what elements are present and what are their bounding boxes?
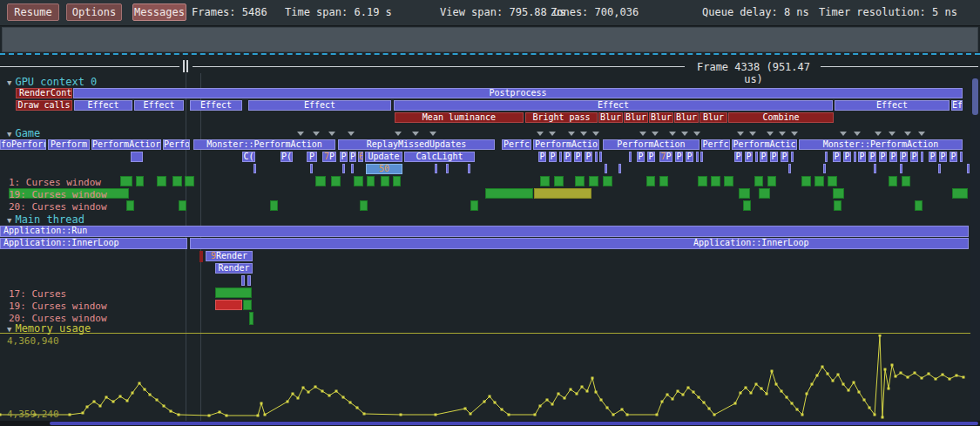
zone-bar[interactable]: P <box>889 152 897 162</box>
zone-bar[interactable] <box>874 164 876 173</box>
section-header-main-thread[interactable]: ▼Main thread <box>7 213 84 226</box>
zone-bar[interactable] <box>711 176 720 186</box>
zone-bar[interactable] <box>834 200 841 211</box>
zone-bar[interactable]: PerformActic <box>732 139 797 150</box>
zone-bar[interactable] <box>659 176 668 186</box>
zone-bar[interactable]: 7P <box>322 152 336 162</box>
zone-bar[interactable]: Mean luminance <box>395 112 524 123</box>
zone-bar[interactable]: Application::InnerLoop <box>0 238 187 249</box>
zone-bar[interactable]: Blur <box>700 112 727 123</box>
zone-bar[interactable]: Ef <box>951 100 963 111</box>
horizontal-scrollbar-thumb[interactable] <box>50 422 978 425</box>
zone-bar[interactable] <box>342 164 345 173</box>
frame-pause-marker[interactable] <box>186 60 188 72</box>
zone-bar[interactable] <box>828 176 837 186</box>
zone-bar[interactable]: Effect <box>190 100 242 111</box>
collapsed-zones-marker-icon[interactable] <box>580 132 587 136</box>
zone-bar[interactable]: Postprocess <box>73 88 963 98</box>
zone-bar[interactable] <box>172 176 182 186</box>
zone-bar[interactable]: PerformActio <box>533 139 599 150</box>
zone-bar[interactable]: P <box>734 152 742 162</box>
zone-bar[interactable]: Blur <box>624 112 648 123</box>
zone-bar[interactable]: 7P <box>659 152 672 162</box>
zone-bar[interactable] <box>788 164 791 173</box>
zone-bar[interactable] <box>354 176 363 186</box>
zone-bar[interactable] <box>605 164 607 173</box>
zone-bar[interactable] <box>801 176 811 186</box>
zone-bar[interactable] <box>270 200 278 211</box>
collapsed-zones-marker-icon[interactable] <box>791 132 798 136</box>
zone-bar[interactable] <box>126 200 134 211</box>
zone-bar[interactable]: Blur <box>598 112 623 123</box>
zone-bar[interactable] <box>854 152 856 162</box>
zone-bar[interactable] <box>310 164 313 173</box>
zone-bar[interactable] <box>938 164 941 173</box>
zone-bar[interactable] <box>367 176 375 186</box>
zone-bar[interactable] <box>823 164 826 173</box>
zone-bar[interactable] <box>755 152 758 162</box>
frames-overview-strip[interactable] <box>2 27 978 52</box>
zone-bar[interactable]: P <box>900 152 908 162</box>
collapsed-zones-marker-icon[interactable] <box>328 132 335 136</box>
resume-button[interactable]: Resume <box>7 3 59 21</box>
options-button[interactable]: Options <box>66 3 122 21</box>
collapsed-zones-marker-icon[interactable] <box>592 132 599 136</box>
zone-bar[interactable]: ReplayMissedUpdates <box>338 139 495 150</box>
zone-bar[interactable] <box>468 164 470 173</box>
zone-bar[interactable] <box>360 200 368 211</box>
zone-bar[interactable]: P <box>349 152 356 162</box>
collapsed-zones-marker-icon[interactable] <box>749 132 756 136</box>
zone-bar[interactable]: P <box>858 152 866 162</box>
zone-bar[interactable]: Draw calls <box>16 100 72 111</box>
collapsed-zones-marker-icon[interactable] <box>639 132 646 136</box>
zone-bar[interactable]: Application::Run <box>0 226 969 237</box>
memory-graph[interactable] <box>0 335 970 421</box>
section-header-gpu[interactable]: ▼GPU context 0 <box>7 76 97 88</box>
zone-bar[interactable]: Effect <box>835 100 950 111</box>
zone-bar[interactable] <box>185 176 194 186</box>
collapsed-zones-marker-icon[interactable] <box>854 132 861 136</box>
zone-bar[interactable] <box>249 312 253 325</box>
zone-bar[interactable]: Effect <box>248 100 391 111</box>
zone-bar[interactable] <box>559 152 562 162</box>
zone-bar[interactable] <box>791 152 794 162</box>
zone-bar[interactable] <box>470 200 478 211</box>
zone-bar[interactable] <box>575 176 585 186</box>
zone-bar[interactable]: Update <box>365 152 402 162</box>
collapsed-zones-marker-icon[interactable] <box>652 132 659 136</box>
zone-bar[interactable] <box>759 188 770 199</box>
zone-bar[interactable]: P <box>950 152 957 162</box>
zone-bar[interactable] <box>739 188 750 199</box>
collapse-triangle-icon[interactable]: ▼ <box>7 216 11 225</box>
zone-bar[interactable] <box>696 152 699 162</box>
zone-bar[interactable] <box>393 176 401 186</box>
zone-bar[interactable] <box>540 176 550 186</box>
collapsed-zones-marker-icon[interactable] <box>681 132 688 136</box>
zone-bar[interactable] <box>120 176 132 186</box>
zone-bar[interactable]: P <box>770 152 778 162</box>
zone-bar[interactable] <box>767 176 776 186</box>
zone-bar[interactable]: P <box>745 152 753 162</box>
frame-ruler-line[interactable] <box>821 66 978 67</box>
zone-bar[interactable] <box>215 300 242 310</box>
collapsed-zones-marker-icon[interactable] <box>918 132 925 136</box>
zone-bar[interactable]: 9Render <box>206 251 253 261</box>
zone-bar[interactable]: Perfc <box>701 139 730 150</box>
zone-bar[interactable]: 6 <box>358 152 363 162</box>
zone-bar[interactable]: P <box>879 152 887 162</box>
zone-bar[interactable] <box>179 200 186 211</box>
zone-bar[interactable] <box>199 251 203 262</box>
zone-bar[interactable] <box>603 176 612 186</box>
zone-bar[interactable] <box>825 152 828 162</box>
zone-bar[interactable]: P <box>939 152 947 162</box>
zone-bar[interactable]: P( <box>280 152 293 162</box>
zone-bar[interactable] <box>215 287 252 298</box>
zone-bar[interactable]: P <box>868 152 876 162</box>
collapsed-zones-marker-icon[interactable] <box>348 132 355 136</box>
zone-bar[interactable]: P <box>585 152 592 162</box>
zone-bar[interactable]: P <box>340 152 348 162</box>
collapsed-zones-marker-icon[interactable] <box>779 132 786 136</box>
zone-bar[interactable] <box>351 164 354 173</box>
zone-bar[interactable] <box>331 176 341 186</box>
zone-bar[interactable]: Render <box>215 263 253 274</box>
